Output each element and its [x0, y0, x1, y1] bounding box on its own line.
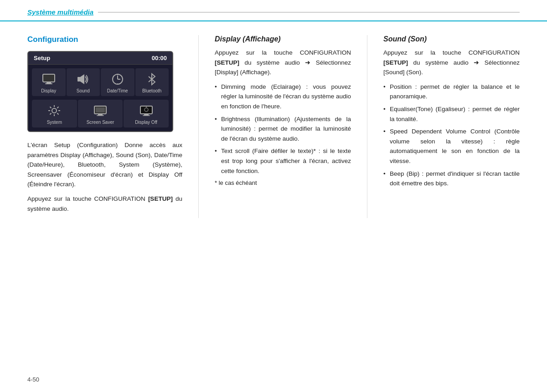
svg-rect-16	[144, 114, 149, 115]
svg-point-10	[52, 108, 57, 113]
middle-column: Display (Affichage) Appuyez sur la touch…	[215, 35, 351, 218]
display-section-title: Display (Affichage)	[215, 35, 351, 43]
svg-marker-4	[80, 74, 84, 84]
sound-bullet-2: Equaliser(Tone) (Egaliseur) : permet de …	[383, 104, 520, 124]
setup-grid-bottom: System Screen Saver	[28, 100, 172, 131]
setup-item-system[interactable]: System	[32, 100, 77, 127]
right-column: Sound (Son) Appuyez sur la touche CONFIG…	[383, 35, 520, 218]
header-line	[98, 12, 520, 13]
display-bullets: Dimming mode (Eclairage) : vous pouvez r…	[215, 82, 351, 176]
left-column: Configuration Setup 00:00	[27, 35, 182, 218]
setup-screen-title: Setup	[34, 55, 50, 61]
svg-rect-17	[143, 115, 150, 116]
setup-label-screensaver: Screen Saver	[87, 120, 114, 125]
screensaver-icon	[92, 103, 109, 118]
setup-item-bluetooth[interactable]: Bluetooth	[135, 68, 169, 96]
setup-screen: Setup 00:00 Display	[27, 51, 173, 132]
display-bullet-3: Text scroll (Faire défiler le texte)* : …	[215, 146, 351, 176]
sound-icon	[74, 72, 92, 87]
setup-item-screensaver[interactable]: Screen Saver	[78, 100, 123, 127]
page-number: 4-50	[27, 376, 39, 383]
display-bullet-1: Dimming mode (Eclairage) : vous pouvez r…	[215, 82, 351, 112]
svg-rect-3	[77, 77, 80, 81]
setup-item-display[interactable]: Display	[32, 68, 66, 96]
sound-bullet-3: Speed Dependent Volume Control (Contrôle…	[383, 127, 520, 166]
svg-rect-12	[98, 114, 103, 115]
setup-label-system: System	[47, 120, 62, 125]
setup-label-datetime: Date/Time	[107, 88, 128, 93]
left-para2: Appuyez sur la touche CONFIGURATION [SET…	[27, 194, 182, 214]
bluetooth-icon	[143, 72, 160, 87]
svg-rect-1	[46, 82, 51, 83]
setup-label-bluetooth: Bluetooth	[142, 88, 161, 93]
setup-label-display: Display	[41, 88, 56, 93]
setup-item-datetime[interactable]: Date/Time	[101, 68, 134, 96]
setup-item-displayoff[interactable]: Display Off	[124, 100, 169, 127]
setup-screen-time: 00:00	[152, 55, 167, 61]
col-divider-2	[367, 35, 367, 218]
setup-label-displayoff: Display Off	[135, 120, 157, 125]
svg-rect-14	[96, 107, 105, 112]
config-title: Configuration	[27, 35, 182, 44]
setup-item-sound[interactable]: Sound	[67, 68, 100, 96]
display-bullet-2: Brightness (Illumination) (Ajustements d…	[215, 114, 351, 144]
setup-grid-top: Display Sound	[28, 65, 172, 100]
setup-label-sound: Sound	[77, 88, 90, 93]
col-divider-1	[198, 35, 199, 218]
displayoff-icon	[138, 103, 155, 118]
sound-bullet-4: Beep (Bip) : permet d'indiquer si l'écra…	[383, 169, 520, 188]
page-container: Système multimédia Configuration Setup 0…	[0, 0, 547, 392]
display-icon	[40, 72, 57, 87]
main-content: Configuration Setup 00:00	[0, 21, 547, 227]
sound-bullets: Position : permet de régler la balance e…	[383, 82, 520, 188]
datetime-icon	[109, 72, 126, 87]
setup-screen-header: Setup 00:00	[28, 52, 172, 65]
display-footnote: * le cas échéant	[215, 179, 351, 186]
sound-intro: Appuyez sur la touche CONFIGURATION [SET…	[383, 48, 520, 77]
svg-rect-2	[45, 83, 52, 84]
page-header: Système multimédia	[0, 0, 547, 21]
sound-section-title: Sound (Son)	[383, 35, 520, 43]
header-title: Système multimédia	[27, 8, 93, 16]
system-icon	[46, 103, 63, 118]
left-description: L'écran Setup (Configuration) Donne accè…	[27, 140, 182, 214]
display-intro: Appuyez sur la touche CONFIGURATION [SET…	[215, 48, 351, 77]
left-para1: L'écran Setup (Configuration) Donne accè…	[27, 140, 182, 189]
sound-bullet-1: Position : permet de régler la balance e…	[383, 82, 520, 102]
svg-rect-13	[97, 115, 104, 116]
svg-rect-0	[43, 74, 55, 82]
